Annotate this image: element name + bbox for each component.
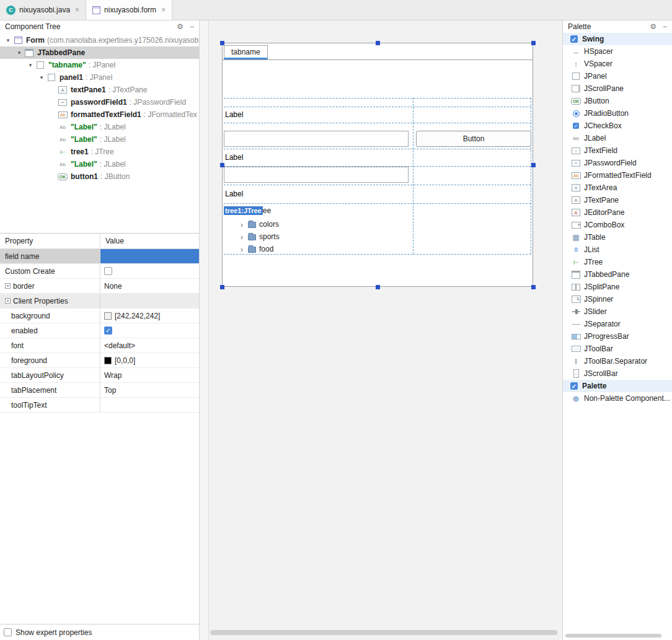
tree-item-tabname-panel[interactable]: "tabname" : JPanel <box>0 59 199 71</box>
palette-item-non-palette-component[interactable]: Non-Palette Component... <box>563 392 672 405</box>
expand-icon[interactable] <box>5 298 11 304</box>
tree-item-jtabbedpane[interactable]: JTabbedPane <box>0 46 199 59</box>
palette-item-jtextarea[interactable]: JTextArea <box>563 182 672 194</box>
selection-handle[interactable] <box>376 285 380 289</box>
designer-label[interactable]: Label <box>225 185 243 203</box>
chevron-down-icon[interactable] <box>15 50 24 56</box>
palette-item-jlabel[interactable]: JLabel <box>563 132 672 144</box>
palette-item-hspacer[interactable]: HSpacer <box>563 45 672 58</box>
property-row-enabled[interactable]: enabled <box>0 323 199 338</box>
property-row-tabplacement[interactable]: tabPlacement Top <box>0 383 199 398</box>
palette-group-palette[interactable]: Palette <box>563 380 672 392</box>
chevron-right-icon[interactable] <box>239 245 245 254</box>
background-color-swatch[interactable] <box>104 312 112 320</box>
tab-nixuyasobi-java[interactable]: nixuyasobi.java <box>0 0 86 20</box>
selection-handle[interactable] <box>531 163 536 167</box>
designer-tree-node-sports[interactable]: sports <box>239 230 280 243</box>
tree-item-passwordfield1[interactable]: passwordField1 : JPasswordField <box>0 96 199 108</box>
foreground-color-swatch[interactable] <box>104 357 112 364</box>
selection-handle[interactable] <box>220 163 224 167</box>
palette-item-jtextpane[interactable]: JTextPane <box>563 194 672 206</box>
palette-item-jtree[interactable]: JTree <box>563 256 672 268</box>
palette-item-jscrollpane[interactable]: JScrollPane <box>563 82 672 95</box>
field-name-input[interactable] <box>100 249 199 263</box>
chevron-down-icon[interactable] <box>26 62 35 68</box>
palette-item-jslider[interactable]: JSlider <box>563 305 672 318</box>
gear-icon[interactable] <box>177 22 183 31</box>
canvas-vertical-scrollbar[interactable] <box>200 20 209 640</box>
selection-handle[interactable] <box>531 41 536 45</box>
designer-textfield[interactable] <box>224 167 409 183</box>
palette-item-jsplitpane[interactable]: JSplitPane <box>563 281 672 293</box>
property-row-foreground[interactable]: foreground [0,0,0] <box>0 353 199 368</box>
tree-item-panel1[interactable]: panel1 : JPanel <box>0 71 199 84</box>
designer-canvas[interactable]: tabname Label Button Label <box>209 20 562 640</box>
palette-group-checkbox[interactable] <box>570 382 578 390</box>
tree-item-label[interactable]: "Label" : JLabel <box>0 158 199 170</box>
tree-item-formattedtextfield1[interactable]: formattedTextField1 : JFormattedTex <box>0 108 199 121</box>
close-icon[interactable] <box>75 6 79 14</box>
tree-item-label[interactable]: "Label" : JLabel <box>0 121 199 133</box>
palette-item-vspacer[interactable]: VSpacer <box>563 58 672 70</box>
enabled-checkbox[interactable] <box>104 327 112 335</box>
palette-item-jbutton[interactable]: JButton <box>563 95 672 107</box>
tree-item-button1[interactable]: button1 : JButton <box>0 170 199 183</box>
palette-item-jseparator[interactable]: JSeparator <box>563 318 672 330</box>
designer-button[interactable]: Button <box>416 131 531 147</box>
tab-nixuyasobi-form[interactable]: nixuyasobi.form <box>86 0 172 20</box>
selection-handle[interactable] <box>220 285 224 289</box>
palette-item-jeditorpane[interactable]: JEditorPane <box>563 206 672 219</box>
palette-item-jtable[interactable]: JTable <box>563 231 672 243</box>
swing-group-checkbox[interactable] <box>570 35 578 43</box>
jtabbedpane-component[interactable]: tabname Label Button Label <box>222 43 533 287</box>
tree-item-label[interactable]: "Label" : JLabel <box>0 133 199 146</box>
designer-tree-node-colors[interactable]: colors <box>239 218 279 230</box>
tree-item-textpane1[interactable]: textPane1 : JTextPane <box>0 84 199 96</box>
palette-item-jcombobox[interactable]: JComboBox <box>563 219 672 231</box>
designer-tree-node-food[interactable]: food <box>239 243 273 255</box>
chevron-down-icon[interactable] <box>37 74 46 81</box>
property-row-field-name[interactable]: field name <box>0 249 199 264</box>
palette-item-jpanel[interactable]: JPanel <box>563 70 672 82</box>
palette-item-jtoolbar[interactable]: JToolBar <box>563 343 672 355</box>
scrollbar-thumb[interactable] <box>565 634 661 638</box>
expand-icon[interactable] <box>5 283 11 289</box>
designer-label[interactable]: Label <box>225 149 243 166</box>
chevron-right-icon[interactable] <box>239 220 245 229</box>
palette-item-jformattedtextfield[interactable]: JFormattedTextField <box>563 169 672 182</box>
property-row-background[interactable]: background [242,242,242] <box>0 309 199 323</box>
gear-icon[interactable] <box>650 22 657 31</box>
designer-label[interactable]: Label <box>225 107 243 123</box>
designer-tree-root[interactable]: tree1:JTreeee <box>224 205 271 216</box>
selection-handle[interactable] <box>376 41 380 45</box>
custom-create-checkbox[interactable] <box>104 267 112 275</box>
property-row-tablayoutpolicy[interactable]: tabLayoutPolicy Wrap <box>0 368 199 383</box>
palette-item-jprogressbar[interactable]: JProgressBar <box>563 330 672 343</box>
property-row-font[interactable]: font <default> <box>0 338 199 353</box>
property-row-client-properties[interactable]: Client Properties <box>0 294 199 309</box>
palette-group-swing[interactable]: Swing <box>563 33 672 45</box>
tree-item-form[interactable]: Form (com.nanolaba.expertises.y175026.ni… <box>0 34 199 46</box>
selection-handle[interactable] <box>531 285 536 289</box>
canvas-horizontal-scrollbar[interactable] <box>210 630 561 636</box>
selection-handle[interactable] <box>220 41 224 45</box>
close-icon[interactable] <box>161 6 166 14</box>
property-row-custom-create[interactable]: Custom Create <box>0 264 199 279</box>
property-row-tooltiptext[interactable]: toolTipText <box>0 398 199 413</box>
hide-panel-icon[interactable] <box>190 22 194 31</box>
chevron-right-icon[interactable] <box>239 232 245 242</box>
palette-horizontal-scrollbar[interactable] <box>565 634 670 639</box>
palette-item-jcheckbox[interactable]: JCheckBox <box>563 120 672 132</box>
property-row-border[interactable]: border None <box>0 279 199 294</box>
show-expert-properties-checkbox[interactable] <box>4 628 12 636</box>
palette-item-jscrollbar[interactable]: JScrollBar <box>563 367 672 380</box>
tree-item-tree1[interactable]: tree1 : JTree <box>0 146 199 158</box>
scrollbar-thumb[interactable] <box>210 630 557 635</box>
designer-textfield[interactable] <box>224 131 409 147</box>
chevron-down-icon[interactable] <box>4 37 12 43</box>
palette-item-jlist[interactable]: JList <box>563 243 672 256</box>
palette-item-jtextfield[interactable]: JTextField <box>563 144 672 157</box>
palette-item-jtabbedpane[interactable]: JTabbedPane <box>563 268 672 281</box>
hide-panel-icon[interactable] <box>663 22 667 31</box>
palette-item-jtoolbar-separator[interactable]: JToolBar.Separator <box>563 355 672 367</box>
